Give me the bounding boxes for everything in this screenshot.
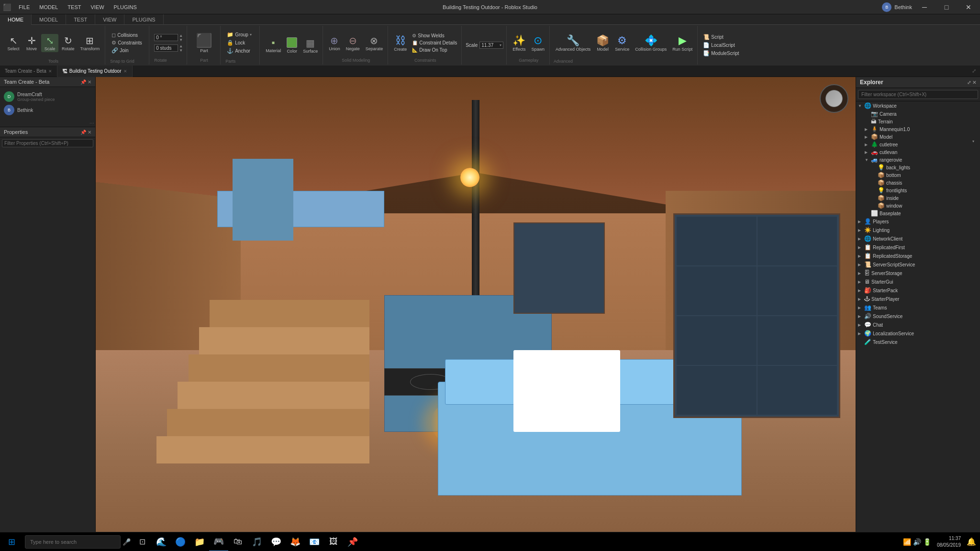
rotate-input[interactable] bbox=[154, 34, 178, 41]
tree-item-mannequin[interactable]: ▶ 🧍 Mannequin1.0 bbox=[863, 125, 980, 133]
tray-network-icon[interactable]: 📶 bbox=[903, 538, 911, 546]
panel-pin-icon[interactable]: 📌 bbox=[80, 79, 86, 85]
taskbar-icon-firefox[interactable]: 🦊 bbox=[286, 532, 305, 551]
move-spinner[interactable]: ▲▼ bbox=[179, 44, 183, 53]
run-script-btn[interactable]: ▶ Run Script bbox=[670, 33, 694, 53]
tree-item-chat[interactable]: ▶ 💬 Chat bbox=[856, 320, 980, 329]
taskbar-search-input[interactable] bbox=[25, 535, 121, 549]
win-maximize[interactable]: □ bbox=[937, 0, 956, 14]
tree-item-teams[interactable]: ▶ 👥 Teams bbox=[856, 303, 980, 312]
properties-close-icon[interactable]: ✕ bbox=[88, 130, 91, 135]
effects-btn[interactable]: ✨ Effects bbox=[511, 33, 527, 53]
rtab-view[interactable]: VIEW bbox=[95, 14, 124, 25]
join-btn[interactable]: 🔗 Join bbox=[110, 47, 144, 54]
tree-item-frontlights[interactable]: 💡 frontlights bbox=[869, 187, 980, 194]
rotate-button[interactable]: ↻ Rotate bbox=[59, 34, 77, 52]
scale-button[interactable]: ⤡ Scale bbox=[41, 34, 58, 52]
tree-item-chassis[interactable]: 📦 chassis bbox=[869, 179, 980, 187]
move-input[interactable] bbox=[154, 44, 178, 52]
menu-file[interactable]: FILE bbox=[14, 0, 34, 14]
transform-button[interactable]: ⊞ Transform bbox=[78, 34, 102, 52]
taskbar-icon-task-view[interactable]: ⊡ bbox=[133, 532, 152, 551]
tree-item-startergui[interactable]: ▶ 🖥 StarterGui bbox=[856, 277, 980, 286]
tree-item-backlights[interactable]: 💡 back_lights bbox=[869, 164, 980, 171]
union-btn[interactable]: ⊕ Union bbox=[327, 34, 342, 52]
tree-item-workspace[interactable]: ▼ 🌐 Workspace bbox=[856, 101, 980, 110]
taskbar-icon-roblox[interactable]: 🎮 bbox=[209, 532, 228, 551]
taskbar-icon-edge[interactable]: 🌊 bbox=[152, 532, 171, 551]
tree-item-soundservice[interactable]: ▶ 🔊 SoundService bbox=[856, 312, 980, 320]
service-btn[interactable]: ⚙ Service bbox=[613, 33, 631, 53]
menu-test[interactable]: TEST bbox=[63, 0, 86, 14]
collision-groups-btn[interactable]: 💠 Collision Groups bbox=[633, 33, 668, 53]
explorer-close-icon[interactable]: ✕ bbox=[972, 80, 976, 85]
taskbar-clock[interactable]: 11:37 08/05/2019 bbox=[933, 535, 965, 549]
tree-item-serverstorage[interactable]: ▶ 🗄 ServerStorage bbox=[856, 269, 980, 277]
rtab-plugins[interactable]: PLUGINS bbox=[124, 14, 163, 25]
properties-pin-icon[interactable]: 📌 bbox=[80, 130, 86, 135]
expand-icon[interactable]: ⋯ bbox=[89, 121, 94, 126]
show-welds-btn[interactable]: ⚙ Show Welds bbox=[411, 33, 458, 39]
taskbar-icon-mail[interactable]: 📧 bbox=[305, 532, 324, 551]
negate-btn[interactable]: ⊖ Negate bbox=[344, 34, 362, 52]
taskbar-icon-store[interactable]: 🛍 bbox=[228, 532, 247, 551]
tree-item-testservice[interactable]: 🧪 TestService bbox=[856, 338, 980, 346]
doc-tab-team-create[interactable]: Team Create - Beta ✕ bbox=[0, 66, 57, 77]
tree-item-starterplayer[interactable]: ▶ 🕹 StarterPlayer bbox=[856, 295, 980, 303]
tree-item-networkclient[interactable]: ▶ 🌐 NetworkClient bbox=[856, 234, 980, 243]
tree-item-replicated-storage[interactable]: ▶ 📋 ReplicatedStorage bbox=[856, 252, 980, 260]
taskbar-icon-app1[interactable]: 📌 bbox=[343, 532, 362, 551]
tree-item-players[interactable]: ▶ 👤 Players bbox=[856, 217, 980, 226]
win-close[interactable]: ✕ bbox=[959, 0, 978, 14]
tray-battery-icon[interactable]: 🔋 bbox=[923, 538, 931, 546]
separate-btn[interactable]: ⊗ Separate bbox=[364, 34, 385, 52]
taskbar-icon-spotify[interactable]: 🎵 bbox=[247, 532, 267, 551]
tree-item-inside[interactable]: 📦 inside bbox=[869, 194, 980, 202]
part-btn-big[interactable]: ⬛ Part bbox=[192, 28, 216, 58]
tree-item-serverscriptservice[interactable]: ▶ 📜 ServerScriptService bbox=[856, 260, 980, 269]
explorer-expand-icon[interactable]: ⤢ bbox=[967, 80, 971, 85]
tree-item-localizationservice[interactable]: ▶ 🌍 LocalizationService bbox=[856, 329, 980, 338]
doc-tab-team-create-close[interactable]: ✕ bbox=[48, 66, 52, 77]
tree-item-terrain[interactable]: 🏔 Terrain bbox=[863, 118, 980, 125]
taskbar-icon-files[interactable]: 📁 bbox=[190, 532, 209, 551]
scale-input-field[interactable] bbox=[481, 43, 500, 48]
spawn-btn[interactable]: ⊙ Spawn bbox=[530, 33, 547, 53]
taskbar-icon-photos[interactable]: 🖼 bbox=[324, 532, 343, 551]
tree-item-replicated-first[interactable]: ▶ 📋 ReplicatedFirst bbox=[856, 243, 980, 252]
group-btn[interactable]: 📁 Group ▾ bbox=[225, 31, 253, 38]
material-btn[interactable]: ▪ Material bbox=[264, 36, 283, 54]
constraints-snap-btn[interactable]: ⚙ Constraints bbox=[110, 39, 144, 46]
tree-item-bottom[interactable]: 📦 bottom bbox=[869, 171, 980, 179]
doc-tab-expand[interactable]: ⤢ bbox=[968, 68, 980, 74]
tray-volume-icon[interactable]: 🔊 bbox=[913, 538, 921, 546]
create-btn[interactable]: ⛓ Create bbox=[392, 33, 409, 53]
constraint-details-btn[interactable]: 📋 Constraint Details bbox=[411, 40, 458, 46]
select-button[interactable]: ↖ Select bbox=[5, 34, 22, 52]
menu-model[interactable]: MODEL bbox=[34, 0, 63, 14]
taskbar-icon-discord[interactable]: 💬 bbox=[267, 532, 286, 551]
menu-plugins[interactable]: PLUGINS bbox=[109, 0, 142, 14]
tree-item-starterpack[interactable]: ▶ 🎒 StarterPack bbox=[856, 286, 980, 295]
start-button[interactable]: ⊞ bbox=[0, 532, 23, 551]
explorer-filter-input[interactable] bbox=[858, 90, 978, 99]
tree-item-cutlevan[interactable]: ▶ 🚗 cutlevan bbox=[863, 148, 980, 156]
model-adv-btn[interactable]: 📦 Model bbox=[594, 33, 611, 53]
menu-view[interactable]: VIEW bbox=[86, 0, 109, 14]
scale-dropdown-icon[interactable]: ▾ bbox=[500, 43, 501, 47]
color-btn[interactable]: Color bbox=[285, 36, 299, 55]
panel-expander[interactable]: ⋯ bbox=[0, 120, 95, 127]
rotate-spinner[interactable]: ▲▼ bbox=[179, 33, 183, 42]
tree-item-cutletree[interactable]: ▶ 🌲 cutletree bbox=[863, 141, 980, 148]
doc-tab-building-outdoor[interactable]: 🏗 Building Testing Outdoor ✕ bbox=[57, 66, 133, 77]
doc-tab-building-outdoor-close[interactable]: ✕ bbox=[123, 66, 127, 77]
tree-item-baseplate[interactable]: ⬜ Baseplate bbox=[863, 209, 980, 217]
win-minimize[interactable]: ─ bbox=[915, 0, 934, 14]
viewport[interactable] bbox=[96, 77, 856, 532]
localscript-btn[interactable]: 📄 LocalScript bbox=[702, 42, 740, 49]
filter-dropdown-arrow[interactable]: ▾ bbox=[972, 139, 974, 143]
tree-item-lighting[interactable]: ▶ ☀️ Lighting bbox=[856, 226, 980, 234]
surface-btn[interactable]: ▦ Surface bbox=[301, 36, 320, 55]
tree-item-window[interactable]: 📦 window bbox=[869, 202, 980, 209]
move-button[interactable]: ✛ Move bbox=[23, 34, 40, 52]
